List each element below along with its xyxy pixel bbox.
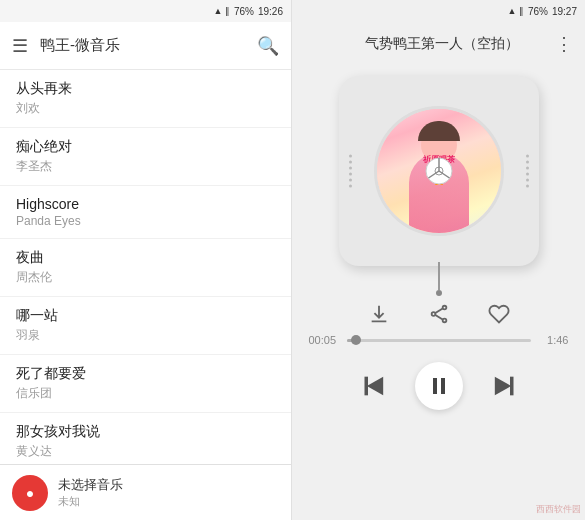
cd-disc: 祈愿喝茶 初 夏 — [374, 106, 504, 236]
list-item[interactable]: 那女孩对我说 黄义达 — [0, 413, 291, 464]
svg-marker-14 — [494, 377, 510, 396]
svg-rect-11 — [364, 377, 368, 396]
right-header: 气势鸭王第一人（空拍） ⋮ — [292, 22, 585, 66]
previous-button[interactable] — [355, 366, 395, 406]
song-title: 死了都要爱 — [16, 365, 275, 383]
speaker-left — [349, 155, 352, 188]
list-item[interactable]: 死了都要爱 信乐团 — [0, 355, 291, 413]
song-title: 从头再来 — [16, 80, 275, 98]
pause-button[interactable] — [415, 362, 463, 410]
cd-center-logo — [425, 157, 453, 185]
left-time: 19:26 — [258, 6, 283, 17]
left-battery: 76% — [234, 6, 254, 17]
left-bottom-bar: ● 未选择音乐 未知 — [0, 464, 291, 520]
share-button[interactable] — [425, 300, 453, 328]
left-panel: ▲ ‖ 76% 19:26 ☰ 鸭王-微音乐 🔍 从头再来 刘欢 痴心绝对 李圣… — [0, 0, 292, 520]
right-panel: ▲ ‖ 76% 19:27 气势鸭王第一人（空拍） ⋮ — [292, 0, 585, 520]
progress-section: 00:05 1:46 — [309, 334, 569, 346]
svg-rect-12 — [433, 378, 437, 394]
right-time: 19:27 — [552, 6, 577, 17]
svg-point-7 — [442, 319, 446, 323]
song-artist: Panda Eyes — [16, 214, 275, 228]
left-header: ☰ 鸭王-微音乐 🔍 — [0, 22, 291, 70]
left-signal-icon: ▲ ‖ — [214, 6, 230, 16]
next-button[interactable] — [483, 366, 523, 406]
svg-point-6 — [431, 312, 435, 316]
svg-rect-13 — [441, 378, 445, 394]
bottom-song-title: 未选择音乐 — [58, 476, 279, 494]
song-title: 那女孩对我说 — [16, 423, 275, 441]
cd-device: 祈愿喝茶 初 夏 — [339, 76, 539, 266]
song-title: 痴心绝对 — [16, 138, 275, 156]
progress-bar[interactable] — [347, 339, 531, 342]
more-options-icon[interactable]: ⋮ — [555, 33, 573, 55]
song-artist: 刘欢 — [16, 100, 275, 117]
right-status-bar: ▲ ‖ 76% 19:27 — [292, 0, 585, 22]
list-item[interactable]: 哪一站 羽泉 — [0, 297, 291, 355]
progress-thumb[interactable] — [351, 335, 361, 345]
mercedes-icon — [425, 157, 453, 185]
song-artist: 信乐团 — [16, 385, 275, 402]
favorite-button[interactable] — [485, 300, 513, 328]
song-artist: 羽泉 — [16, 327, 275, 344]
playback-controls — [355, 362, 523, 410]
svg-line-8 — [435, 309, 442, 314]
app-title: 鸭王-微音乐 — [40, 36, 245, 55]
svg-point-5 — [442, 306, 446, 310]
record-icon: ● — [12, 475, 48, 511]
player-title: 气势鸭王第一人（空拍） — [328, 35, 555, 53]
list-item[interactable]: Highscore Panda Eyes — [0, 186, 291, 239]
song-list: 从头再来 刘欢 痴心绝对 李圣杰 Highscore Panda Eyes 夜曲… — [0, 70, 291, 464]
song-title: Highscore — [16, 196, 275, 212]
left-status-bar: ▲ ‖ 76% 19:26 — [0, 0, 291, 22]
song-artist: 李圣杰 — [16, 158, 275, 175]
svg-marker-10 — [366, 377, 382, 396]
download-button[interactable] — [365, 300, 393, 328]
action-buttons — [365, 300, 513, 328]
speaker-right — [526, 155, 529, 188]
svg-line-9 — [435, 315, 442, 320]
right-signal-icon: ▲ ‖ — [508, 6, 524, 16]
search-icon[interactable]: 🔍 — [257, 35, 279, 57]
svg-rect-15 — [510, 377, 514, 396]
time-current: 00:05 — [309, 334, 339, 346]
time-total: 1:46 — [539, 334, 569, 346]
headphone-cord — [436, 262, 442, 296]
song-artist: 黄义达 — [16, 443, 275, 460]
list-item[interactable]: 痴心绝对 李圣杰 — [0, 128, 291, 186]
song-title: 哪一站 — [16, 307, 275, 325]
bottom-song-artist: 未知 — [58, 494, 279, 509]
list-item[interactable]: 夜曲 周杰伦 — [0, 239, 291, 297]
song-artist: 周杰伦 — [16, 269, 275, 286]
cd-player-container: 祈愿喝茶 初 夏 — [339, 76, 539, 276]
watermark: 西西软件园 — [536, 503, 581, 516]
bottom-song-info: 未选择音乐 未知 — [58, 476, 279, 509]
right-battery: 76% — [528, 6, 548, 17]
list-item[interactable]: 从头再来 刘欢 — [0, 70, 291, 128]
hamburger-icon[interactable]: ☰ — [12, 35, 28, 57]
song-title: 夜曲 — [16, 249, 275, 267]
